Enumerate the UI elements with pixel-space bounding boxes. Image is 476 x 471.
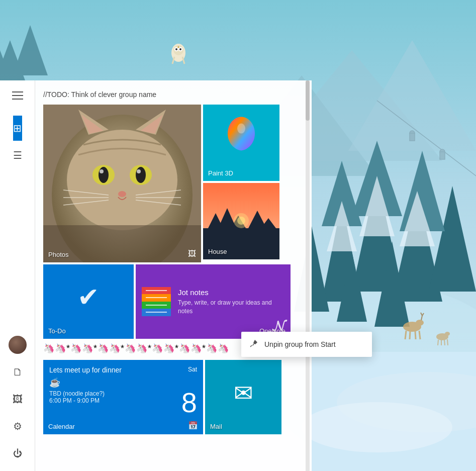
paint3d-icon xyxy=(224,115,259,162)
onenote-text: Jot notes Type, write, or draw your idea… xyxy=(178,288,284,316)
sidebar-bottom: 🗋 🖼 ⚙ ⏻ xyxy=(9,332,27,471)
tile-house[interactable]: House xyxy=(203,183,279,259)
sidebar: ⊞ ☰ 🗋 🖼 ⚙ ⏻ xyxy=(0,80,35,471)
svg-line-34 xyxy=(419,331,420,339)
svg-line-93 xyxy=(250,345,252,347)
list-icon: ☰ xyxy=(13,149,22,161)
calendar-time: 6:00 PM - 9:00 PM xyxy=(49,397,197,404)
todo-label: To-Do xyxy=(48,327,66,335)
svg-point-30 xyxy=(416,320,424,326)
settings-icon: ⚙ xyxy=(13,420,22,432)
svg-line-31 xyxy=(405,331,406,339)
tile-todo[interactable]: ✔ To-Do xyxy=(43,264,134,339)
photos-icon: 🖼 xyxy=(188,249,196,258)
sidebar-item-tiles[interactable]: ⊞ xyxy=(13,116,22,141)
mail-label: Mail xyxy=(210,423,222,430)
svg-point-62 xyxy=(118,191,126,197)
cat-photo xyxy=(43,105,201,262)
tile-row-1: Photos 🖼 xyxy=(43,105,304,262)
tile-right-col: Paint 3D xyxy=(203,105,279,262)
photos-label: Photos xyxy=(48,251,68,258)
calendar-date: 8 xyxy=(181,389,197,417)
paint3d-label: Paint 3D xyxy=(208,169,233,177)
sidebar-item-pictures[interactable]: 🖼 xyxy=(9,387,27,412)
sidebar-nav-items: ⊞ ☰ xyxy=(13,116,22,332)
svg-point-61 xyxy=(137,169,141,173)
tile-area: //TODO: Think of clever group name xyxy=(35,80,312,471)
calendar-day: Sat xyxy=(188,366,197,373)
svg-rect-26 xyxy=(440,152,445,159)
sidebar-item-avatar[interactable] xyxy=(9,332,27,357)
power-icon: ⏻ xyxy=(13,448,22,459)
start-menu: ⊞ ☰ 🗋 🖼 ⚙ ⏻ //TODO: xyxy=(0,80,312,471)
svg-point-49 xyxy=(179,48,181,50)
onenote-jot-title: Jot notes xyxy=(178,288,284,297)
tile-row-2: ✔ To-Do xyxy=(43,264,304,339)
group-title: //TODO: Think of clever group name xyxy=(43,90,304,99)
house-label: House xyxy=(208,248,227,255)
hamburger-menu-button[interactable] xyxy=(8,85,28,106)
svg-point-58 xyxy=(99,167,109,183)
document-icon: 🗋 xyxy=(13,366,23,378)
tile-paint3d[interactable]: Paint 3D xyxy=(203,105,279,181)
sidebar-item-settings[interactable]: ⚙ xyxy=(9,414,27,439)
unpin-group-label: Unpin group from Start xyxy=(264,340,336,348)
tile-photos[interactable]: Photos 🖼 xyxy=(43,105,201,262)
calendar-coffee-icon: ☕ xyxy=(49,377,197,388)
scrollbar-thumb xyxy=(306,80,310,121)
calendar-event: Lets meet up for dinner ☕ TBD (noodle pl… xyxy=(49,366,197,404)
hamburger-line xyxy=(12,95,23,96)
svg-point-83 xyxy=(237,217,245,225)
bottom-tile-row: Lets meet up for dinner ☕ TBD (noodle pl… xyxy=(43,360,304,434)
calendar-event-title: Lets meet up for dinner xyxy=(49,366,197,374)
calendar-icon: 📅 xyxy=(188,421,198,430)
svg-point-60 xyxy=(100,169,104,173)
pictures-icon: 🖼 xyxy=(13,394,23,405)
svg-point-74 xyxy=(237,124,245,134)
start-scrollbar[interactable] xyxy=(306,80,310,471)
avatar xyxy=(9,336,27,354)
svg-point-39 xyxy=(445,332,450,336)
sidebar-item-list[interactable]: ☰ xyxy=(13,143,22,168)
calendar-venue: TBD (noodle place?) xyxy=(49,390,197,397)
svg-point-28 xyxy=(302,402,452,452)
svg-line-33 xyxy=(415,331,416,339)
svg-rect-24 xyxy=(410,133,415,141)
svg-line-32 xyxy=(410,331,410,339)
onenote-jot-subtitle: Type, write, or draw your ideas and note… xyxy=(178,299,284,316)
svg-line-43 xyxy=(447,339,448,345)
sidebar-item-new-doc[interactable]: 🗋 xyxy=(9,359,27,385)
mail-envelope-icon: ✉ xyxy=(234,380,253,407)
sidebar-item-power[interactable]: ⏻ xyxy=(9,441,27,466)
svg-line-40 xyxy=(438,340,438,345)
onenote-thumbnail xyxy=(142,287,171,316)
tile-mail[interactable]: ✉ Mail xyxy=(205,360,281,434)
tiles-icon: ⊞ xyxy=(13,122,22,134)
calendar-label: Calendar xyxy=(48,423,75,430)
hamburger-line xyxy=(12,91,23,92)
context-menu-item-unpin[interactable]: Unpin group from Start xyxy=(241,332,372,357)
checkmark-icon: ✔ xyxy=(77,282,100,312)
svg-line-42 xyxy=(444,340,445,345)
tile-onenote[interactable]: Jot notes Type, write, or draw your idea… xyxy=(136,264,291,339)
unpin-icon xyxy=(249,339,258,350)
tile-calendar[interactable]: Lets meet up for dinner ☕ TBD (noodle pl… xyxy=(43,360,203,434)
context-menu: Unpin group from Start xyxy=(241,332,372,357)
svg-point-48 xyxy=(175,48,177,50)
svg-point-59 xyxy=(136,167,146,183)
hamburger-line xyxy=(12,99,23,100)
